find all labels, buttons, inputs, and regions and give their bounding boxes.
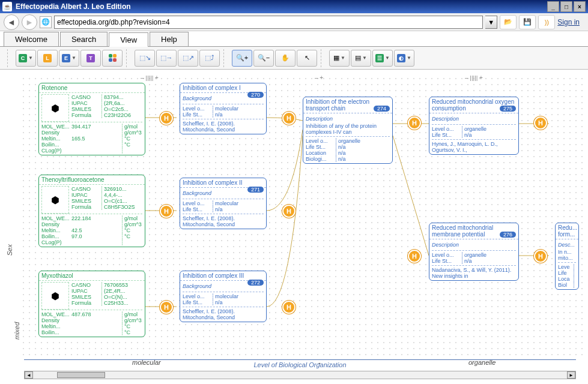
url-input[interactable]: effectopedia.org/db.php?revision=4 (54, 16, 483, 29)
event-node[interactable]: Reduced mitochondrial oxygen consumption… (429, 97, 519, 155)
node-title: Redu... form... (556, 223, 578, 239)
app-icon: ☕ (2, 2, 12, 11)
node-id-badge: 275 (500, 106, 516, 112)
chemical-node[interactable]: Myxothiazol⬢CASNO76706553IUPAC(2E,4R...S… (38, 271, 145, 337)
open-folder-button[interactable]: 📂 (500, 15, 517, 29)
pan-button[interactable]: ✋ (275, 50, 296, 67)
window-title: Effectopedia Albert J. Leo Edition (16, 2, 131, 11)
tool-path-3[interactable]: ⬚↗ (178, 50, 198, 67)
tool-test[interactable]: T (80, 50, 101, 67)
zoom-in-button[interactable]: 🔍+ (232, 50, 252, 67)
event-node[interactable]: Inhibition of complex III272BackgroundLe… (180, 271, 267, 322)
tab-view[interactable]: View (109, 32, 148, 47)
linker-node[interactable]: H (160, 301, 173, 314)
linker-node[interactable]: H (160, 205, 173, 218)
close-button[interactable]: × (574, 1, 586, 12)
tool-link[interactable]: L (37, 50, 58, 67)
linker-node[interactable]: H (282, 205, 296, 218)
zoom-out-button[interactable]: 🔍− (253, 50, 274, 67)
node-subtitle: Desc... (558, 241, 576, 249)
address-bar: ◄ ► 🌐 effectopedia.org/db.php?revision=4… (0, 13, 588, 31)
y-axis-label-sex: Sex (6, 244, 13, 256)
tool-grid[interactable] (102, 50, 123, 67)
horizontal-scrollbar[interactable]: ◄ ► (24, 371, 576, 379)
node-subtitle: Description (432, 241, 516, 249)
view-toolbar: C▼ L E▼ T ⬚↘ ⬚→ ⬚↗ ⬚⤴ 🔍+ 🔍− ✋ ↖ ▦▼ ▤▼ ☰▼… (0, 47, 588, 70)
y-axis-label-mixed: mixed (13, 322, 20, 340)
view-mode-button[interactable]: ☰▼ (372, 50, 393, 67)
window-titlebar: ☕ Effectopedia Albert J. Leo Edition _ □… (0, 0, 588, 13)
tool-path-4[interactable]: ⬚⤴ (199, 50, 220, 67)
maximize-button[interactable]: □ (560, 1, 572, 12)
url-dropdown[interactable]: ▼ (485, 16, 497, 29)
tool-path-2[interactable]: ⬚→ (156, 50, 177, 67)
linker-node[interactable]: H (534, 116, 547, 130)
linker-node[interactable]: H (408, 116, 421, 130)
tab-welcome[interactable]: Welcome (4, 32, 59, 46)
node-id-badge: 274 (374, 106, 390, 112)
linker-node[interactable]: H (408, 250, 421, 263)
molecule-structure-icon: ⬢ (41, 94, 69, 122)
nav-back-button[interactable]: ◄ (4, 14, 19, 30)
node-subtitle: Description (432, 115, 516, 123)
save-button[interactable]: 💾 (519, 15, 536, 29)
pathway-canvas[interactable]: – ||||| + – + – ||||| + Rotenone⬢CASNO83… (20, 76, 583, 360)
nav-forward-button[interactable]: ► (22, 14, 37, 30)
tool-path-1[interactable]: ⬚↘ (135, 50, 155, 67)
main-tabs: Welcome Search View Help (0, 31, 588, 47)
chemical-node[interactable]: Thenoyltrifluoroacetone⬢CASNO326910...IU… (38, 175, 145, 247)
node-id-badge: 276 (500, 232, 516, 238)
node-title: Myxothiazol (39, 271, 145, 281)
divider-mid: – + (315, 76, 323, 81)
molecule-structure-icon: ⬢ (41, 186, 69, 214)
molecule-structure-icon: ⬢ (41, 282, 69, 310)
divider-left: – ||||| + (141, 76, 159, 81)
layout-1-button[interactable]: ▦▼ (329, 50, 350, 67)
site-icon: 🌐 (40, 16, 52, 28)
node-title: Rotenone (39, 83, 145, 93)
y-axis: Sex mixed (6, 142, 16, 322)
linker-node[interactable]: H (282, 301, 296, 314)
tool-event[interactable]: E▼ (59, 50, 79, 67)
settings-button[interactable]: ◐▼ (394, 50, 414, 67)
node-id-badge: 272 (247, 280, 264, 286)
linker-node[interactable]: H (282, 112, 296, 125)
tool-chemical[interactable]: C▼ (16, 50, 36, 67)
sign-in-link[interactable]: Sign in (557, 18, 584, 26)
minimize-button[interactable]: _ (547, 1, 559, 12)
scroll-left-button[interactable]: ◄ (25, 371, 33, 379)
tab-help[interactable]: Help (150, 32, 189, 46)
event-node[interactable]: Redu... form...Desc...In n... mito...Lev… (555, 223, 579, 290)
node-title: Thenoyltrifluoroacetone (39, 175, 145, 185)
event-node[interactable]: Inhibition of the electron transport cha… (303, 97, 393, 164)
sound-button[interactable]: )) (538, 15, 555, 29)
node-id-badge: 270 (247, 92, 264, 98)
scroll-thumb[interactable] (57, 372, 105, 378)
node-id-badge: 271 (247, 187, 264, 193)
linker-node[interactable]: H (534, 250, 547, 263)
event-node[interactable]: Inhibition of complex I270BackgroundLeve… (180, 83, 267, 134)
divider-right: – ||||| + (465, 76, 483, 81)
event-node[interactable]: Reduced mitochondrial membrane potential… (429, 223, 519, 281)
linker-node[interactable]: H (160, 112, 173, 125)
x-axis-title: Level of Biological Organization (24, 359, 576, 368)
scroll-right-button[interactable]: ► (567, 371, 575, 379)
event-node[interactable]: Inhibition of complex II271BackgroundLev… (180, 178, 267, 229)
pointer-button[interactable]: ↖ (297, 50, 317, 67)
chemical-node[interactable]: Rotenone⬢CASNO83794...IUPAC(2R,6a...SMIL… (38, 83, 145, 155)
node-subtitle: Description (306, 115, 390, 123)
layout-2-button[interactable]: ▤▼ (351, 50, 371, 67)
tab-search[interactable]: Search (60, 32, 108, 46)
pathway-canvas-container: Sex mixed – ||||| + – + – ||||| + Roteno… (0, 70, 588, 384)
